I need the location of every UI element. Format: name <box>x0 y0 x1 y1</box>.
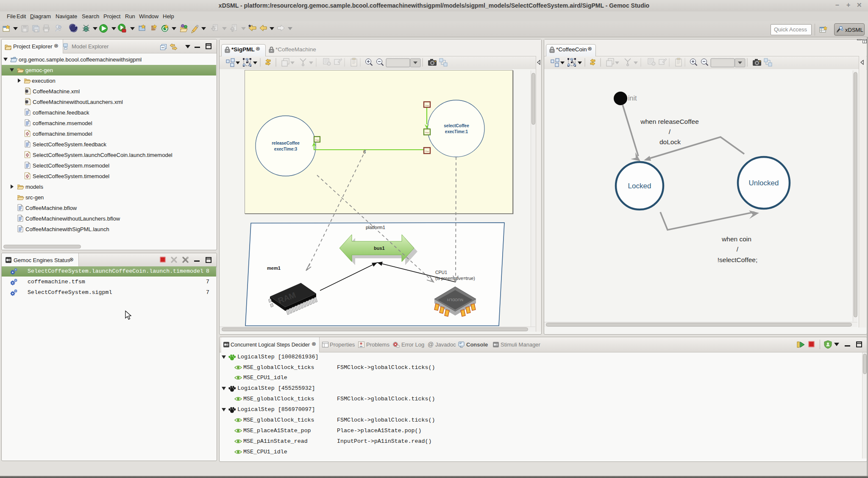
svg-text:mem1: mem1 <box>267 266 281 271</box>
svg-text:releaseCoffee: releaseCoffee <box>272 141 300 145</box>
svg-text:NUODLH: NUODLH <box>447 298 463 302</box>
svg-text:execTime:1: execTime:1 <box>445 129 468 134</box>
svg-text:/: / <box>669 128 671 135</box>
svg-text:when releaseCoffee: when releaseCoffee <box>640 118 699 125</box>
svg-text:!selectCoffee;: !selectCoffee; <box>718 256 758 263</box>
svg-text:init: init <box>628 95 637 102</box>
svg-text:when coin: when coin <box>721 235 751 243</box>
svg-text:CPU1: CPU1 <box>435 270 447 275</box>
svg-text:Locked: Locked <box>628 182 651 190</box>
svg-text:bus1: bus1 <box>374 246 385 251</box>
svg-text:doLock: doLock <box>659 138 681 145</box>
svg-text:/: / <box>737 246 739 253</box>
svg-text:Unlocked: Unlocked <box>749 179 779 187</box>
svg-text:selectCoffee: selectCoffee <box>444 123 469 128</box>
svg-text:execTime:3: execTime:3 <box>274 147 298 151</box>
